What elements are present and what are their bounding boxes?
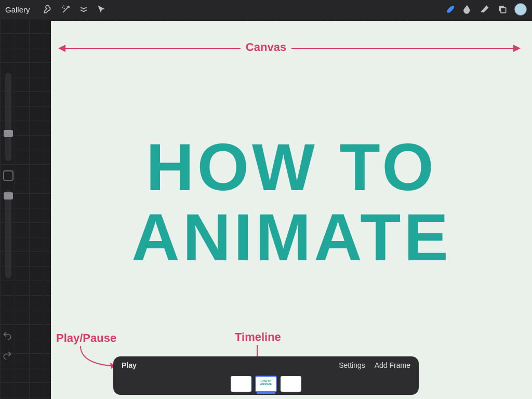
timeline-frame[interactable]	[281, 376, 301, 392]
play-pause-annotation-label: Play/Pause	[56, 331, 116, 345]
play-button[interactable]: Play	[122, 361, 137, 369]
select-icon[interactable]	[75, 1, 92, 18]
svg-rect-1	[501, 8, 506, 13]
animation-timeline: Play Settings Add Frame HOW TO ANIMATE	[113, 356, 419, 395]
modifier-button[interactable]	[3, 170, 14, 181]
canvas-text-line2: ANIMATE	[131, 202, 451, 272]
timeline-frame[interactable]	[231, 376, 251, 392]
frame-thumb-text: HOW TO ANIMATE	[256, 376, 276, 385]
canvas[interactable]: HOW TO ANIMATE	[51, 21, 532, 399]
canvas-annotation-label: Canvas	[241, 41, 291, 54]
color-swatch[interactable]	[514, 3, 527, 16]
gallery-button[interactable]: Gallery	[5, 5, 30, 14]
wrench-icon[interactable]	[39, 1, 57, 18]
opacity-slider[interactable]	[5, 190, 11, 278]
eraser-icon[interactable]	[476, 1, 494, 18]
layers-icon[interactable]	[494, 1, 511, 18]
redo-button[interactable]	[2, 350, 12, 363]
brush-icon[interactable]	[441, 1, 458, 18]
undo-button[interactable]	[2, 330, 12, 343]
timeline-frames: HOW TO ANIMATE	[231, 376, 301, 392]
wand-icon[interactable]	[57, 1, 75, 18]
timeline-settings-button[interactable]: Settings	[339, 361, 365, 369]
top-toolbar: Gallery	[0, 0, 532, 19]
timeline-annotation-label: Timeline	[235, 330, 281, 344]
left-slider-rail	[0, 73, 17, 278]
canvas-artwork: HOW TO ANIMATE	[131, 132, 451, 272]
cursor-icon[interactable]	[92, 1, 110, 18]
brush-size-slider[interactable]	[5, 73, 11, 161]
timeline-frame-active[interactable]: HOW TO ANIMATE	[256, 376, 276, 392]
undo-redo-group	[2, 330, 12, 363]
add-frame-button[interactable]: Add Frame	[375, 361, 410, 369]
arrow-head-right-icon	[513, 45, 521, 52]
arrow-head-left-icon	[58, 45, 65, 52]
smudge-icon[interactable]	[458, 1, 476, 18]
canvas-text-line1: HOW TO	[131, 132, 451, 202]
